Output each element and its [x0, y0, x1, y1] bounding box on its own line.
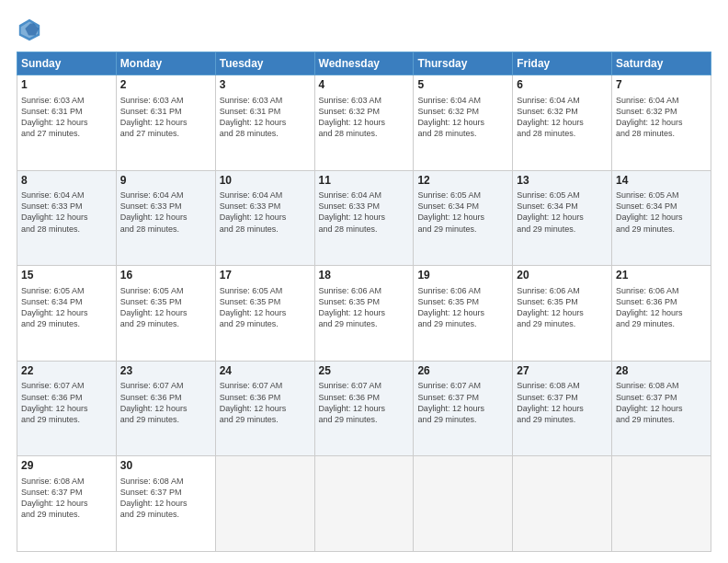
day-number: 3	[220, 78, 311, 93]
day-number: 2	[120, 78, 211, 93]
calendar-cell: 30Sunrise: 6:08 AMSunset: 6:37 PMDayligh…	[116, 456, 215, 552]
day-info: Sunrise: 6:03 AMSunset: 6:31 PMDaylight:…	[120, 95, 211, 140]
day-number: 1	[21, 78, 112, 93]
calendar-cell	[612, 456, 711, 552]
calendar-cell: 24Sunrise: 6:07 AMSunset: 6:36 PMDayligh…	[215, 361, 314, 456]
calendar-cell: 2Sunrise: 6:03 AMSunset: 6:31 PMDaylight…	[116, 75, 215, 171]
day-number: 14	[616, 174, 707, 189]
day-info: Sunrise: 6:04 AMSunset: 6:33 PMDaylight:…	[319, 190, 410, 235]
calendar-table: SundayMondayTuesdayWednesdayThursdayFrid…	[17, 52, 711, 552]
calendar-cell: 26Sunrise: 6:07 AMSunset: 6:37 PMDayligh…	[414, 361, 513, 456]
calendar-cell: 12Sunrise: 6:05 AMSunset: 6:34 PMDayligh…	[414, 170, 513, 266]
day-info: Sunrise: 6:07 AMSunset: 6:36 PMDaylight:…	[21, 380, 112, 425]
day-info: Sunrise: 6:08 AMSunset: 6:37 PMDaylight:…	[21, 476, 112, 521]
calendar-cell: 16Sunrise: 6:05 AMSunset: 6:35 PMDayligh…	[116, 266, 215, 362]
day-info: Sunrise: 6:04 AMSunset: 6:32 PMDaylight:…	[616, 95, 707, 140]
day-info: Sunrise: 6:03 AMSunset: 6:32 PMDaylight:…	[319, 95, 410, 140]
day-number: 12	[417, 174, 508, 189]
calendar-cell: 17Sunrise: 6:05 AMSunset: 6:35 PMDayligh…	[215, 266, 314, 362]
calendar-cell: 4Sunrise: 6:03 AMSunset: 6:32 PMDaylight…	[314, 75, 414, 171]
calendar-cell: 23Sunrise: 6:07 AMSunset: 6:36 PMDayligh…	[116, 361, 215, 456]
day-info: Sunrise: 6:03 AMSunset: 6:31 PMDaylight:…	[220, 95, 311, 140]
day-info: Sunrise: 6:08 AMSunset: 6:37 PMDaylight:…	[120, 476, 211, 521]
day-info: Sunrise: 6:06 AMSunset: 6:36 PMDaylight:…	[616, 285, 707, 330]
day-number: 28	[616, 364, 707, 379]
calendar-cell: 19Sunrise: 6:06 AMSunset: 6:35 PMDayligh…	[414, 266, 513, 362]
weekday-header-monday: Monday	[116, 52, 215, 75]
day-number: 21	[616, 269, 707, 283]
day-number: 23	[120, 364, 211, 379]
calendar-cell: 11Sunrise: 6:04 AMSunset: 6:33 PMDayligh…	[314, 170, 414, 266]
calendar-cell: 8Sunrise: 6:04 AMSunset: 6:33 PMDaylight…	[17, 170, 117, 266]
weekday-header-wednesday: Wednesday	[314, 52, 414, 75]
day-number: 26	[417, 364, 508, 379]
calendar-cell	[314, 456, 414, 552]
day-info: Sunrise: 6:07 AMSunset: 6:36 PMDaylight:…	[220, 380, 311, 425]
day-number: 9	[120, 174, 211, 189]
day-info: Sunrise: 6:04 AMSunset: 6:33 PMDaylight:…	[220, 190, 311, 235]
day-number: 30	[120, 459, 211, 474]
logo-icon	[17, 17, 42, 42]
weekday-header-saturday: Saturday	[612, 52, 711, 75]
day-info: Sunrise: 6:08 AMSunset: 6:37 PMDaylight:…	[616, 380, 707, 425]
day-info: Sunrise: 6:07 AMSunset: 6:36 PMDaylight:…	[120, 380, 211, 425]
calendar-cell: 7Sunrise: 6:04 AMSunset: 6:32 PMDaylight…	[612, 75, 711, 171]
day-number: 7	[616, 78, 707, 93]
week-row-4: 22Sunrise: 6:07 AMSunset: 6:36 PMDayligh…	[17, 361, 711, 456]
calendar-cell: 3Sunrise: 6:03 AMSunset: 6:31 PMDaylight…	[215, 75, 314, 171]
calendar-cell: 28Sunrise: 6:08 AMSunset: 6:37 PMDayligh…	[612, 361, 711, 456]
day-info: Sunrise: 6:05 AMSunset: 6:34 PMDaylight:…	[21, 285, 112, 330]
day-info: Sunrise: 6:07 AMSunset: 6:37 PMDaylight:…	[417, 380, 508, 425]
calendar-cell: 6Sunrise: 6:04 AMSunset: 6:32 PMDaylight…	[513, 75, 612, 171]
weekday-header-tuesday: Tuesday	[215, 52, 314, 75]
day-number: 10	[220, 174, 311, 189]
calendar-cell: 10Sunrise: 6:04 AMSunset: 6:33 PMDayligh…	[215, 170, 314, 266]
day-number: 4	[319, 78, 410, 93]
day-number: 16	[120, 269, 211, 283]
calendar-cell: 20Sunrise: 6:06 AMSunset: 6:35 PMDayligh…	[513, 266, 612, 362]
week-row-3: 15Sunrise: 6:05 AMSunset: 6:34 PMDayligh…	[17, 266, 711, 362]
calendar-cell	[215, 456, 314, 552]
day-info: Sunrise: 6:07 AMSunset: 6:36 PMDaylight:…	[319, 380, 410, 425]
day-info: Sunrise: 6:06 AMSunset: 6:35 PMDaylight:…	[417, 285, 508, 330]
day-number: 8	[21, 174, 112, 189]
day-number: 27	[517, 364, 608, 379]
calendar-cell: 29Sunrise: 6:08 AMSunset: 6:37 PMDayligh…	[17, 456, 117, 552]
weekday-header-thursday: Thursday	[414, 52, 513, 75]
week-row-2: 8Sunrise: 6:04 AMSunset: 6:33 PMDaylight…	[17, 170, 711, 266]
logo	[17, 17, 46, 42]
day-info: Sunrise: 6:04 AMSunset: 6:32 PMDaylight:…	[417, 95, 508, 140]
calendar-cell: 25Sunrise: 6:07 AMSunset: 6:36 PMDayligh…	[314, 361, 414, 456]
day-number: 18	[319, 269, 410, 283]
day-info: Sunrise: 6:08 AMSunset: 6:37 PMDaylight:…	[517, 380, 608, 425]
day-number: 25	[319, 364, 410, 379]
day-number: 20	[517, 269, 608, 283]
calendar-cell: 9Sunrise: 6:04 AMSunset: 6:33 PMDaylight…	[116, 170, 215, 266]
calendar-cell: 1Sunrise: 6:03 AMSunset: 6:31 PMDaylight…	[17, 75, 117, 171]
calendar-cell: 15Sunrise: 6:05 AMSunset: 6:34 PMDayligh…	[17, 266, 117, 362]
day-info: Sunrise: 6:04 AMSunset: 6:33 PMDaylight:…	[120, 190, 211, 235]
calendar-cell: 27Sunrise: 6:08 AMSunset: 6:37 PMDayligh…	[513, 361, 612, 456]
day-info: Sunrise: 6:05 AMSunset: 6:34 PMDaylight:…	[517, 190, 608, 235]
day-number: 29	[21, 459, 112, 474]
day-number: 19	[417, 269, 508, 283]
weekday-header-row: SundayMondayTuesdayWednesdayThursdayFrid…	[17, 52, 711, 75]
day-number: 24	[220, 364, 311, 379]
calendar-cell	[414, 456, 513, 552]
day-info: Sunrise: 6:04 AMSunset: 6:32 PMDaylight:…	[517, 95, 608, 140]
weekday-header-sunday: Sunday	[17, 52, 117, 75]
day-info: Sunrise: 6:05 AMSunset: 6:35 PMDaylight:…	[220, 285, 311, 330]
day-number: 22	[21, 364, 112, 379]
calendar-cell: 5Sunrise: 6:04 AMSunset: 6:32 PMDaylight…	[414, 75, 513, 171]
weekday-header-friday: Friday	[513, 52, 612, 75]
week-row-5: 29Sunrise: 6:08 AMSunset: 6:37 PMDayligh…	[17, 456, 711, 552]
calendar-cell: 21Sunrise: 6:06 AMSunset: 6:36 PMDayligh…	[612, 266, 711, 362]
calendar-cell: 22Sunrise: 6:07 AMSunset: 6:36 PMDayligh…	[17, 361, 117, 456]
day-number: 17	[220, 269, 311, 283]
header	[17, 17, 711, 42]
day-info: Sunrise: 6:03 AMSunset: 6:31 PMDaylight:…	[21, 95, 112, 140]
day-info: Sunrise: 6:06 AMSunset: 6:35 PMDaylight:…	[319, 285, 410, 330]
day-number: 15	[21, 269, 112, 283]
day-info: Sunrise: 6:05 AMSunset: 6:34 PMDaylight:…	[417, 190, 508, 235]
week-row-1: 1Sunrise: 6:03 AMSunset: 6:31 PMDaylight…	[17, 75, 711, 171]
